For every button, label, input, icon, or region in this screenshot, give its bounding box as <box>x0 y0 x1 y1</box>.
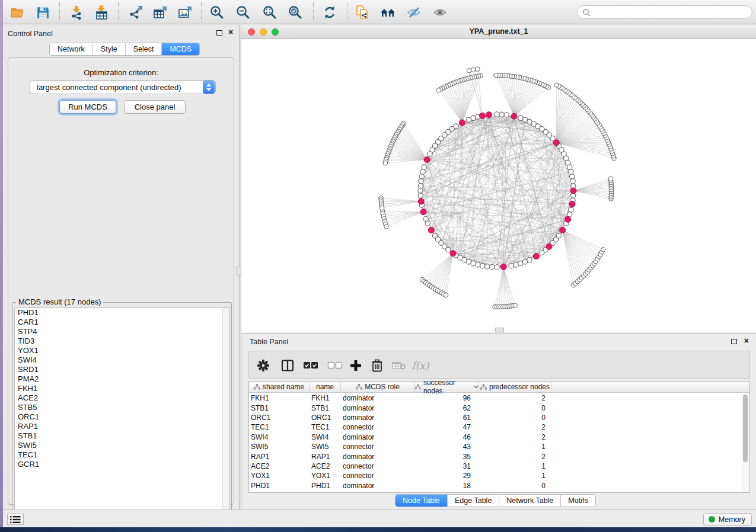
tab-network[interactable]: Network <box>50 43 93 55</box>
table-row[interactable]: ORC1ORC1dominator610 <box>249 413 749 422</box>
mcds-result-list[interactable]: PHD1CAR1STP4TID3YOX1SWI4SRD1PMA2FKH1ACE2… <box>14 307 230 521</box>
table-row[interactable]: STB1STB1dominator620 <box>249 403 749 412</box>
show-all-icon[interactable] <box>432 4 448 21</box>
result-list-item[interactable]: FKH1 <box>15 384 229 393</box>
tab-select[interactable]: Select <box>126 43 162 55</box>
network-node[interactable] <box>495 265 499 270</box>
network-node[interactable] <box>446 247 451 252</box>
tab-node-table[interactable]: Node Table <box>395 495 448 507</box>
network-node[interactable] <box>422 165 426 169</box>
result-list-scrollbar[interactable] <box>222 308 229 520</box>
network-dominator-node[interactable] <box>511 113 517 119</box>
table-row[interactable]: TEC1TEC1connector472 <box>249 422 749 432</box>
network-dominator-node[interactable] <box>546 243 552 249</box>
table-row[interactable]: SWI5SWI5connector431 <box>249 442 749 451</box>
result-list-item[interactable]: SWI5 <box>15 441 229 450</box>
network-dominator-node[interactable] <box>418 198 424 204</box>
network-node[interactable] <box>485 264 490 269</box>
network-node[interactable] <box>570 174 575 179</box>
open-file-icon[interactable] <box>9 4 25 21</box>
network-leaf-node[interactable] <box>494 73 499 78</box>
network-canvas[interactable] <box>241 39 756 332</box>
result-list-item[interactable]: STB1 <box>15 431 229 441</box>
column-header-shared-name[interactable]: shared name <box>249 382 310 392</box>
export-network-icon[interactable] <box>127 4 144 21</box>
network-node[interactable] <box>570 179 575 184</box>
zoom-out-icon[interactable] <box>235 4 251 21</box>
network-node[interactable] <box>419 174 424 179</box>
result-list-item[interactable]: ORC1 <box>15 412 229 422</box>
network-dominator-node[interactable] <box>553 140 559 146</box>
network-leaf-node[interactable] <box>513 303 518 308</box>
network-node[interactable] <box>504 113 509 117</box>
network-node[interactable] <box>418 188 423 193</box>
network-dominator-node[interactable] <box>459 120 465 126</box>
save-session-icon[interactable] <box>34 4 51 21</box>
table-row[interactable]: RAP1RAP1dominator352 <box>249 451 749 461</box>
close-panel-icon[interactable]: × <box>228 27 233 37</box>
network-node[interactable] <box>556 233 561 238</box>
table-scrollbar-thumb[interactable] <box>743 395 748 462</box>
vertical-splitter-handle[interactable] <box>237 267 241 275</box>
network-node[interactable] <box>490 265 495 270</box>
table-row[interactable]: YOX1YOX1connector291 <box>249 471 749 480</box>
search-field[interactable] <box>577 5 752 19</box>
network-node[interactable] <box>476 262 480 267</box>
tab-network-table[interactable]: Network Table <box>499 495 561 507</box>
network-leaf-node[interactable] <box>444 293 448 297</box>
network-node[interactable] <box>569 169 573 174</box>
result-list-item[interactable]: SRD1 <box>15 365 229 374</box>
network-dominator-node[interactable] <box>479 113 485 118</box>
table-scrollbar[interactable] <box>742 393 749 492</box>
network-dominator-node[interactable] <box>570 188 576 194</box>
network-dominator-node[interactable] <box>560 227 566 233</box>
horizontal-splitter-handle[interactable] <box>495 328 504 332</box>
network-dominator-node[interactable] <box>533 254 539 259</box>
network-leaf-node[interactable] <box>608 177 613 181</box>
hide-selected-icon[interactable] <box>406 4 422 21</box>
close-table-panel-icon[interactable]: × <box>744 336 749 345</box>
network-node[interactable] <box>569 207 573 212</box>
network-leaf-node[interactable] <box>383 161 388 165</box>
network-node[interactable] <box>418 184 423 188</box>
first-neighbors-icon[interactable] <box>379 4 396 21</box>
network-leaf-node[interactable] <box>379 206 384 210</box>
network-node[interactable] <box>527 258 532 262</box>
network-node[interactable] <box>420 169 425 174</box>
zoom-selected-icon[interactable] <box>287 4 304 21</box>
tab-mcds[interactable]: MCDS <box>162 43 199 55</box>
network-leaf-node[interactable] <box>384 225 389 229</box>
zoom-fit-icon[interactable] <box>261 4 278 21</box>
export-table-icon[interactable] <box>152 4 168 21</box>
result-list-item[interactable]: YOX1 <box>15 346 229 355</box>
split-view-icon[interactable] <box>279 357 296 374</box>
column-header-successor-nodes[interactable]: successor nodes <box>415 382 479 392</box>
import-network-icon[interactable] <box>68 4 85 21</box>
network-node[interactable] <box>419 179 423 184</box>
tab-edge-table[interactable]: Edge Table <box>448 495 499 507</box>
network-node[interactable] <box>480 264 485 268</box>
result-list-item[interactable]: STB5 <box>15 403 229 412</box>
duplicate-network-icon[interactable] <box>354 4 371 21</box>
result-list-item[interactable]: PHD1 <box>15 308 229 318</box>
network-node[interactable] <box>425 221 430 226</box>
table-row[interactable]: ACE2ACE2connector311 <box>249 462 749 471</box>
network-dominator-node[interactable] <box>569 201 575 207</box>
network-leaf-node[interactable] <box>554 83 559 88</box>
column-header-mcds-role[interactable]: MCDS role <box>341 382 415 392</box>
table-row[interactable]: PHD1PHD1dominator180 <box>249 481 749 491</box>
import-table-icon[interactable] <box>93 4 110 21</box>
network-dominator-node[interactable] <box>428 227 434 233</box>
table-row[interactable]: FKH1FKH1dominator962 <box>249 393 749 403</box>
tab-style[interactable]: Style <box>93 43 126 55</box>
result-list-item[interactable]: PMA2 <box>15 374 229 384</box>
network-node[interactable] <box>471 261 476 266</box>
network-node[interactable] <box>518 116 523 120</box>
result-list-item[interactable]: ACE2 <box>15 393 229 403</box>
network-node[interactable] <box>513 262 518 267</box>
result-list-item[interactable]: STP4 <box>15 327 229 336</box>
column-header-predecessor-nodes[interactable]: predecessor nodes <box>479 382 551 392</box>
delete-column-trash-icon[interactable] <box>369 357 385 374</box>
network-node[interactable] <box>509 264 513 268</box>
network-dominator-node[interactable] <box>500 264 506 270</box>
